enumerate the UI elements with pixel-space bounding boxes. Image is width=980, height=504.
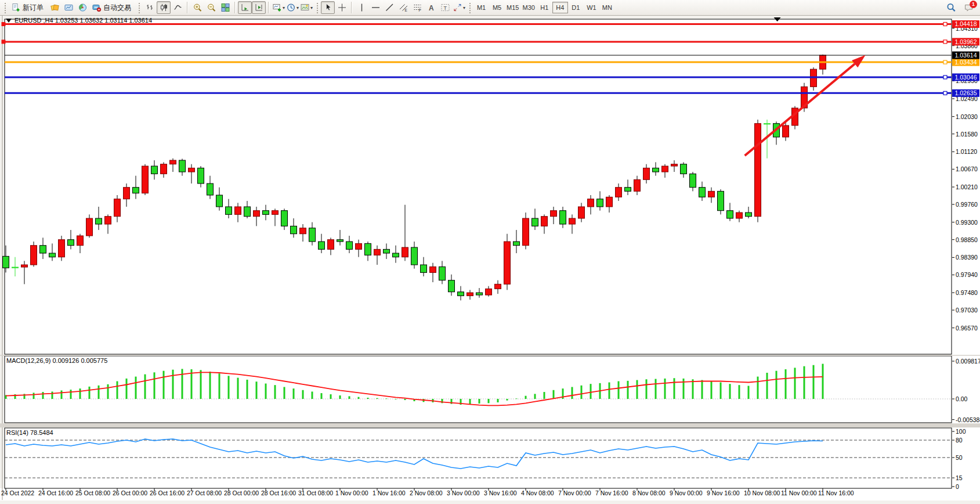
new-order-button[interactable]: 新订单	[9, 1, 48, 14]
line-handle[interactable]	[943, 75, 947, 79]
price-tick-label: 0.96570	[956, 325, 978, 332]
time-tick-label: 28 Oct 16:00	[261, 489, 296, 496]
equidistant-channel-button[interactable]: E	[396, 1, 410, 14]
toolbar-grip[interactable]	[316, 2, 319, 13]
macd-indicator-label: MACD(12,26,9) 0.009126 0.005775	[6, 357, 107, 364]
price-tick-label: 0.98390	[956, 254, 978, 261]
tile-windows-button[interactable]	[218, 1, 232, 14]
price-tick-label: 1.00670	[956, 165, 978, 172]
chart-title-row: EURUSD ,H4 1.03253 1.03632 1.03114 1.036…	[6, 17, 152, 24]
pane-separator[interactable]	[0, 423, 980, 427]
trendline-button[interactable]	[382, 1, 396, 14]
horizontal-line-icon	[371, 3, 381, 12]
rsi-tick-label: 15	[956, 474, 963, 481]
equidistant-channel-icon: E	[399, 3, 408, 12]
zoom-out-icon	[207, 3, 216, 12]
timeframe-m5[interactable]: M5	[489, 2, 505, 13]
toolbar-grip[interactable]	[3, 2, 6, 13]
new-chart-button[interactable]: ▾	[272, 1, 285, 14]
time-axis[interactable]: 24 Oct 202224 Oct 16:0025 Oct 08:0026 Oc…	[1, 488, 854, 496]
line-handle[interactable]	[943, 23, 947, 26]
market-watch-button[interactable]	[62, 1, 75, 14]
price-tick-label: 0.99760	[956, 201, 978, 208]
price-line-badge-label: 1.04418	[955, 20, 977, 27]
candlestick-chart-icon	[159, 3, 169, 12]
cursor-button[interactable]	[321, 1, 335, 14]
timeframe-m1[interactable]: M1	[473, 2, 489, 13]
text-label-button[interactable]: T	[438, 1, 452, 14]
rsi-pane[interactable]	[5, 428, 952, 488]
tile-windows-icon	[220, 3, 230, 12]
dropdown-arrow-icon: ▾	[283, 5, 285, 10]
line-chart-button[interactable]	[171, 1, 185, 14]
timeframe-m30[interactable]: M30	[520, 2, 536, 13]
navigator-icon	[78, 3, 88, 12]
new-order-icon	[11, 3, 21, 12]
time-tick-label: 11 Nov 00:00	[781, 489, 817, 496]
fibonacci-button[interactable]: F	[410, 1, 424, 14]
notification-badge: 1	[970, 1, 977, 8]
crosshair-button[interactable]	[335, 1, 349, 14]
charts-cascade-icon	[50, 3, 60, 12]
cursor-icon	[323, 3, 333, 12]
line-handle[interactable]	[943, 60, 947, 64]
price-tick-label: 0.98850	[956, 236, 978, 243]
autotrading-button[interactable]: 自动交易	[89, 1, 135, 14]
chart-shift-icon	[254, 3, 264, 12]
line-handle[interactable]	[2, 39, 6, 44]
line-handle[interactable]	[943, 40, 947, 44]
time-tick-label: 31 Oct 08:00	[298, 489, 333, 496]
price-tick-label: 0.97030	[956, 307, 978, 314]
autotrading-label: 自动交易	[103, 3, 131, 13]
time-tick-label: 8 Nov 08:00	[632, 489, 666, 496]
dropdown-arrow-icon: ▾	[296, 5, 299, 10]
text-button[interactable]: A	[424, 1, 438, 14]
toolbar-separator	[268, 2, 269, 13]
arrows-icon	[453, 3, 462, 12]
chart-menu-icon[interactable]	[6, 19, 12, 23]
macd-pane[interactable]	[5, 356, 952, 423]
timeframe-h1[interactable]: H1	[537, 2, 552, 13]
chart-shift-button[interactable]	[252, 1, 266, 14]
timeframe-m15[interactable]: M15	[505, 2, 520, 13]
timeframe-mn[interactable]: MN	[599, 2, 615, 13]
arrows-button[interactable]: ▾	[452, 1, 466, 14]
price-tick-label: 1.02030	[956, 113, 978, 120]
price-tick-label: 0.99300	[956, 219, 978, 226]
timeframe-d1[interactable]: D1	[568, 2, 584, 13]
templates-button[interactable]: ▾	[299, 1, 313, 14]
timeframe-w1[interactable]: W1	[584, 2, 599, 13]
time-tick-label: 24 Oct 16:00	[38, 489, 73, 496]
profiles-button[interactable]: ▾	[285, 1, 299, 14]
toolbar-grip[interactable]	[138, 2, 140, 13]
chat-button[interactable]: 1	[961, 1, 975, 14]
navigator-button[interactable]	[75, 1, 89, 14]
chart-title: EURUSD ,H4 1.03253 1.03632 1.03114 1.036…	[15, 17, 152, 24]
vertical-line-button[interactable]	[355, 1, 368, 14]
timeframe-h4[interactable]: H4	[552, 2, 568, 13]
crosshair-icon	[337, 3, 347, 12]
line-handle[interactable]	[943, 91, 947, 95]
price-line-badge-label: 1.03434	[955, 59, 977, 66]
candlestick-chart-button[interactable]	[157, 1, 171, 14]
search-button[interactable]	[944, 1, 958, 14]
chart-canvas[interactable]: 1.043101.038601.034101.029501.024901.020…	[0, 0, 980, 504]
line-handle[interactable]	[2, 22, 6, 26]
time-tick-label: 9 Nov 00:00	[670, 489, 703, 496]
auto-scroll-icon	[240, 3, 250, 12]
text-icon: A	[426, 3, 436, 12]
charts-cascade-button[interactable]	[48, 1, 62, 14]
time-tick-label: 9 Nov 16:00	[707, 489, 740, 496]
fibonacci-icon: F	[413, 3, 422, 12]
price-line-badge-label: 1.03046	[955, 74, 977, 81]
macd-tick-label: -0.005384	[956, 416, 980, 423]
auto-scroll-button[interactable]	[238, 1, 252, 14]
bar-chart-button[interactable]	[143, 1, 157, 14]
horizontal-line-button[interactable]	[368, 1, 382, 14]
zoom-in-button[interactable]	[190, 1, 204, 14]
profiles-icon	[286, 3, 296, 12]
pane-separator[interactable]	[0, 355, 980, 356]
toolbar-grip[interactable]	[468, 2, 471, 13]
text-label-icon: T	[440, 3, 450, 12]
zoom-out-button[interactable]	[204, 1, 218, 14]
